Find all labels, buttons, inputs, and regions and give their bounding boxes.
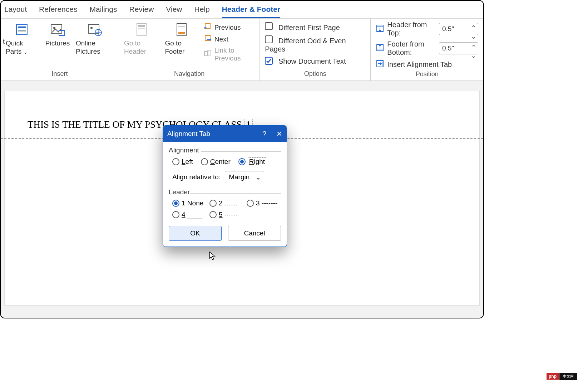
- header-from-top-input[interactable]: 0.5" ⌃⌄: [439, 23, 478, 35]
- next-button[interactable]: Next: [204, 35, 255, 44]
- svg-rect-2: [18, 30, 26, 31]
- leader-4-radio[interactable]: 4 ____: [172, 211, 207, 219]
- cancel-button[interactable]: Cancel: [228, 226, 281, 241]
- footer-from-bottom-value: 0.5": [442, 44, 454, 52]
- pictures-label: Pictures: [45, 39, 70, 48]
- spinner-icon[interactable]: ⌃⌄: [471, 24, 476, 34]
- link-to-previous-button: Link to Previous: [204, 47, 255, 62]
- goto-footer-label: Go to Footer: [165, 39, 198, 56]
- group-label-position: Position: [376, 70, 478, 79]
- truncated-label: t: [3, 38, 5, 46]
- ribbon-tabbar: Layout References Mailings Review View H…: [1, 1, 483, 19]
- group-label-insert: Insert: [6, 69, 114, 79]
- help-icon[interactable]: ?: [262, 130, 266, 138]
- pictures-icon: [50, 23, 65, 37]
- alignment-center-radio[interactable]: Center: [201, 158, 231, 166]
- header-from-top-value: 0.5": [442, 25, 454, 33]
- radio-icon: [172, 211, 179, 218]
- goto-header-label: Go to Header: [124, 39, 159, 56]
- svg-point-4: [53, 27, 55, 29]
- ribbon-group-navigation: Go to Header Go to Footer Previous: [119, 19, 260, 81]
- php-label: php: [547, 373, 559, 380]
- diff-odd-even-label: Different Odd & Even Pages: [265, 37, 346, 53]
- header-from-top-label: Header from Top:: [387, 21, 436, 37]
- next-label: Next: [214, 35, 228, 43]
- ribbon-group-options: Different First Page Different Odd & Eve…: [260, 19, 371, 81]
- leader-2-radio[interactable]: 2 .......: [209, 199, 244, 207]
- group-label-options: Options: [265, 69, 365, 79]
- pictures-button[interactable]: Pictures: [45, 23, 70, 48]
- insert-alignment-tab-label: Insert Alignment Tab: [387, 60, 452, 69]
- leader3-label: 3 -------: [256, 199, 277, 207]
- leader-5-radio[interactable]: 5 ·······: [209, 211, 244, 219]
- close-icon[interactable]: ✕: [276, 130, 282, 138]
- checkbox-icon: [265, 35, 273, 43]
- tab-header-footer[interactable]: Header & Footer: [222, 5, 280, 18]
- quick-parts-icon: [15, 23, 30, 37]
- dialog-title: Alignment Tab: [167, 130, 210, 138]
- show-doc-text-label: Show Document Text: [278, 57, 346, 65]
- center-label: Center: [210, 158, 231, 166]
- quick-parts-button[interactable]: t Quick Parts ⌄: [6, 23, 39, 56]
- leader-1-radio[interactable]: 1 None: [172, 199, 207, 207]
- quick-parts-label: Quick Parts ⌄: [6, 39, 39, 56]
- tab-view[interactable]: View: [166, 5, 182, 18]
- cn-label: 中文网: [559, 373, 577, 380]
- next-icon: [204, 35, 212, 44]
- app-frame: Layout References Mailings Review View H…: [0, 0, 484, 318]
- align-relative-combo[interactable]: Margin ⌄: [225, 171, 264, 183]
- watermark-badge: php 中文网: [547, 373, 577, 380]
- chevron-down-icon: ⌄: [255, 173, 261, 181]
- different-odd-even-checkbox[interactable]: Different Odd & Even Pages: [265, 35, 365, 53]
- alignment-tab-icon: [376, 59, 384, 70]
- spinner-icon[interactable]: ⌃⌄: [471, 43, 476, 53]
- svg-rect-15: [178, 26, 185, 27]
- online-pictures-label: Online Pictures: [76, 39, 114, 56]
- radio-icon: [247, 200, 254, 207]
- radio-icon: [172, 158, 179, 165]
- ribbon-group-position: Header from Top: 0.5" ⌃⌄ Footer from Bot…: [371, 19, 483, 81]
- online-pictures-button[interactable]: Online Pictures: [76, 23, 114, 56]
- align-relative-label: Align relative to:: [172, 173, 221, 181]
- tab-review[interactable]: Review: [129, 5, 154, 18]
- insert-alignment-tab-button[interactable]: Insert Alignment Tab: [376, 59, 478, 70]
- show-document-text-checkbox[interactable]: Show Document Text: [265, 57, 365, 65]
- alignment-left-radio[interactable]: Left: [172, 158, 193, 166]
- left-label: Left: [182, 158, 193, 166]
- svg-rect-12: [138, 25, 145, 27]
- tab-layout[interactable]: Layout: [4, 5, 27, 18]
- footer-from-bottom-label: Footer from Bottom:: [387, 40, 436, 57]
- radio-selected-icon: [172, 200, 179, 207]
- right-label: Right: [248, 157, 266, 166]
- leader4-label: 4 ____: [182, 211, 202, 219]
- ok-button[interactable]: OK: [169, 226, 222, 241]
- align-relative-value: Margin: [229, 173, 249, 181]
- leader-3-radio[interactable]: 3 -------: [247, 199, 281, 207]
- online-pictures-icon: [88, 23, 102, 37]
- tab-help[interactable]: Help: [194, 5, 209, 18]
- previous-button[interactable]: Previous: [204, 23, 255, 32]
- link-label: Link to Previous: [214, 47, 255, 62]
- tab-references[interactable]: References: [39, 5, 77, 18]
- tab-mailings[interactable]: Mailings: [89, 5, 117, 18]
- svg-point-7: [90, 27, 93, 29]
- radio-icon: [209, 211, 217, 218]
- goto-header-button: Go to Header: [124, 23, 159, 56]
- link-icon: [204, 50, 212, 59]
- alignment-section-label: Alignment: [169, 146, 281, 154]
- svg-rect-6: [88, 25, 99, 33]
- group-label-navigation: Navigation: [124, 69, 255, 79]
- footer-from-bottom-icon: [376, 43, 384, 54]
- alignment-right-radio[interactable]: Right: [238, 157, 266, 166]
- footer-from-bottom-input[interactable]: 0.5" ⌃⌄: [439, 42, 478, 54]
- goto-footer-button[interactable]: Go to Footer: [165, 23, 198, 56]
- dialog-titlebar[interactable]: Alignment Tab ? ✕: [163, 126, 287, 142]
- diff-first-label: Different First Page: [278, 24, 340, 31]
- checkbox-checked-icon: [265, 57, 273, 65]
- different-first-page-checkbox[interactable]: Different First Page: [265, 22, 365, 32]
- radio-icon: [209, 200, 217, 207]
- leader1-label: 1 None: [182, 199, 203, 207]
- leader-section-label: Leader: [169, 188, 281, 196]
- radio-icon: [201, 158, 208, 165]
- leader5-label: 5 ·······: [219, 211, 238, 219]
